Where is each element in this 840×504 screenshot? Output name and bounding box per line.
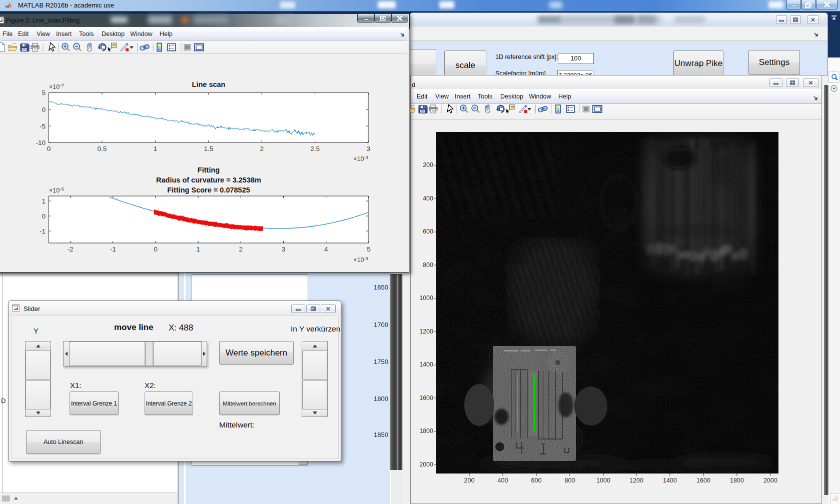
svg-text:2: 2 <box>239 246 243 253</box>
svg-text:0: 0 <box>154 246 158 253</box>
svg-text:5: 5 <box>42 89 46 96</box>
svg-text:1.5: 1.5 <box>204 145 213 152</box>
svg-text:-2: -2 <box>67 246 73 253</box>
svg-text:0.5: 0.5 <box>98 145 107 152</box>
svg-text:Fitting: Fitting <box>198 166 220 174</box>
svg-text:3: 3 <box>282 246 286 253</box>
svg-text:×10-7: ×10-7 <box>49 82 64 90</box>
svg-text:-1: -1 <box>110 246 116 253</box>
svg-text:5: 5 <box>367 246 371 253</box>
svg-text:0: 0 <box>42 212 46 220</box>
svg-text:2: 2 <box>260 145 264 152</box>
svg-text:1: 1 <box>42 198 46 205</box>
svg-text:-1: -1 <box>40 228 46 235</box>
svg-text:Line scan: Line scan <box>192 80 226 88</box>
svg-text:Fitting Score = 0.078525: Fitting Score = 0.078525 <box>167 186 250 194</box>
svg-text:1: 1 <box>154 145 158 152</box>
svg-text:0: 0 <box>47 145 51 152</box>
svg-text:Radius of curvature = 3.2538m: Radius of curvature = 3.2538m <box>156 176 261 184</box>
svg-text:2.5: 2.5 <box>310 145 320 152</box>
svg-text:1: 1 <box>196 246 200 253</box>
svg-text:4: 4 <box>324 246 328 253</box>
svg-text:×10-3: ×10-3 <box>353 154 368 162</box>
svg-text:×10-6: ×10-6 <box>49 186 64 194</box>
svg-text:×10-3: ×10-3 <box>353 256 368 264</box>
svg-text:-10: -10 <box>36 139 46 146</box>
svg-text:0: 0 <box>42 106 46 114</box>
svg-text:-5: -5 <box>40 122 46 130</box>
svg-text:3: 3 <box>366 145 370 152</box>
